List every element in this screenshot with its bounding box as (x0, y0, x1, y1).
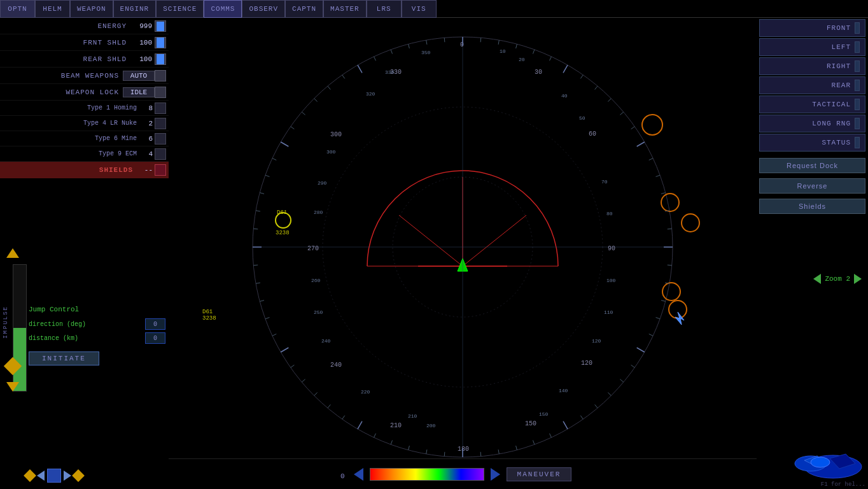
left-panel: ENERGY 999 FRNT SHLD 100 REAR SHLD 100 B… (0, 18, 169, 178)
svg-line-115 (281, 142, 288, 146)
svg-marker-54 (675, 312, 684, 325)
bottom-counter: 0 (340, 472, 345, 480)
svg-line-102 (291, 365, 295, 367)
zoom-label: Zoom 2 (825, 275, 850, 283)
svg-line-89 (498, 450, 499, 454)
view-btn-longrng[interactable]: LONG RNG (759, 115, 865, 132)
maneuver-button[interactable]: MANEUVER (507, 467, 572, 481)
svg-line-77 (656, 317, 661, 318)
nav-btn-master[interactable]: MASTER (323, 0, 367, 18)
weapon-lock-value[interactable]: IDLE (123, 87, 155, 97)
svg-line-5 (399, 215, 463, 266)
beam-weapons-value[interactable]: AUTO (123, 71, 155, 81)
svg-line-88 (516, 446, 517, 450)
svg-line-105 (265, 317, 270, 318)
svg-text:180: 180 (458, 446, 469, 453)
svg-line-95 (391, 441, 392, 445)
svg-line-6 (463, 215, 526, 266)
svg-text:210: 210 (408, 413, 417, 419)
shields-button[interactable]: Shields (759, 199, 865, 214)
bottom-bar: 0 MANEUVER (169, 458, 757, 489)
view-indicator-front (855, 22, 860, 34)
weapon-indicator-3 (155, 148, 166, 160)
weapon-count-2: 6 (141, 135, 155, 143)
ctrl-square[interactable] (47, 469, 61, 483)
svg-text:300: 300 (330, 131, 342, 138)
svg-text:280: 280 (314, 209, 323, 215)
svg-line-58 (516, 44, 517, 48)
frnt-shld-value: 100 (130, 39, 155, 46)
nav-btn-helm[interactable]: HELM (35, 0, 70, 18)
svg-text:290: 290 (318, 180, 327, 186)
bottom-arrow-right[interactable] (491, 468, 500, 481)
speed-up-arrow[interactable] (6, 248, 19, 258)
svg-line-68 (649, 159, 653, 160)
svg-line-110 (253, 229, 258, 229)
view-btn-status[interactable]: STATUS (759, 134, 865, 152)
nav-btn-science[interactable]: SCIENCE (156, 0, 204, 18)
bottom-arrow-left[interactable] (354, 468, 363, 481)
nav-btn-observ[interactable]: OBSERV (242, 0, 285, 18)
view-indicator-longrng (855, 118, 860, 129)
request-dock-button[interactable]: Request Dock (759, 158, 865, 173)
nav-btn-enginr[interactable]: ENGINR (113, 0, 157, 18)
shields-indicator (155, 164, 166, 176)
svg-text:80: 80 (606, 211, 613, 216)
view-btn-left[interactable]: LEFT (759, 38, 865, 56)
radar-svg: 0 30 60 90 120 150 180 210 240 270 300 3… (169, 18, 757, 489)
zoom-out-button[interactable] (813, 274, 821, 284)
svg-line-64 (608, 99, 611, 102)
distance-input[interactable] (145, 332, 165, 344)
beam-weapons-label: BEAM WEAPONS (3, 72, 123, 80)
svg-text:70: 70 (601, 179, 608, 185)
nav-btn-lrs[interactable]: LRS (367, 0, 402, 18)
svg-line-100 (314, 392, 318, 395)
svg-line-70 (661, 193, 666, 194)
svg-text:300: 300 (326, 149, 336, 155)
view-btn-right[interactable]: RIGHT (759, 57, 865, 75)
svg-text:10: 10 (500, 48, 506, 54)
nav-btn-comms[interactable]: COMMS (204, 0, 242, 18)
svg-line-87 (533, 441, 534, 445)
speed-down-arrow[interactable] (6, 382, 19, 392)
view-btn-rear[interactable]: REAR (759, 76, 865, 94)
ctrl-arrow-left[interactable] (37, 471, 45, 481)
svg-text:60: 60 (589, 131, 596, 138)
svg-line-61 (563, 65, 568, 73)
weapon-lock-indicator (155, 87, 166, 98)
ctrl-diamond-right (72, 469, 85, 482)
svg-line-90 (480, 452, 481, 457)
ctrl-arrow-right[interactable] (64, 471, 71, 481)
svg-line-98 (342, 416, 345, 420)
weapon-count-3: 4 (141, 150, 155, 158)
svg-line-123 (391, 50, 392, 54)
svg-line-106 (260, 301, 264, 302)
nav-btn-weapon[interactable]: WEAPON (70, 0, 113, 18)
weapon-indicator-1 (155, 118, 166, 129)
direction-input[interactable] (145, 318, 165, 330)
svg-line-117 (302, 112, 305, 115)
svg-line-120 (342, 75, 345, 79)
svg-line-79 (637, 348, 645, 352)
svg-line-104 (272, 334, 276, 336)
view-btn-tactical[interactable]: TACTICAL (759, 96, 865, 113)
zoom-in-button[interactable] (854, 274, 862, 284)
svg-text:320: 320 (366, 91, 375, 97)
weapon-label-0: Type 1 Homing (3, 104, 141, 111)
initiate-button[interactable]: INITIATE (29, 351, 99, 365)
nav-btn-captn[interactable]: CAPTN (285, 0, 323, 18)
svg-point-48 (682, 214, 699, 232)
svg-text:210: 210 (390, 422, 402, 429)
nav-btn-vis[interactable]: VIS (402, 0, 437, 18)
weapon-indicator-0 (155, 103, 166, 114)
svg-line-107 (256, 283, 260, 283)
svg-line-84 (580, 416, 583, 420)
svg-line-116 (291, 127, 295, 129)
reverse-button[interactable]: Reverse (759, 178, 865, 194)
view-btn-front[interactable]: FRONT (759, 19, 865, 37)
svg-text:240: 240 (321, 338, 331, 344)
svg-line-112 (260, 193, 264, 194)
nav-btn-optn[interactable]: OPTN (0, 0, 35, 18)
svg-line-59 (533, 50, 534, 54)
svg-line-103 (281, 348, 288, 352)
